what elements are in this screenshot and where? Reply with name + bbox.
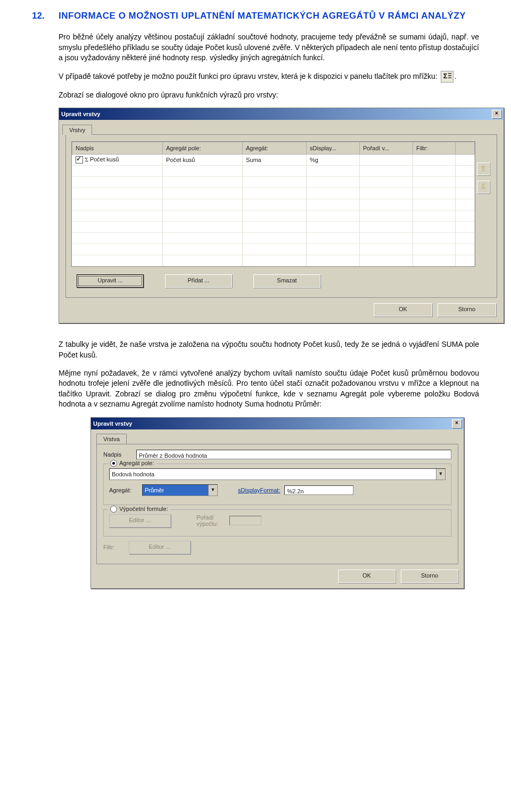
- storno-button[interactable]: Storno: [401, 570, 458, 583]
- heading-number: 12.: [32, 11, 59, 21]
- paragraph-4: Z tabulky je vidět, že naše vrstva je za…: [59, 339, 479, 360]
- agregat-combo[interactable]: Průměr ▼: [142, 484, 218, 496]
- vypocetni-formule-label: Výpočetní formule:: [119, 506, 168, 512]
- agregat-pole-radio[interactable]: [110, 460, 117, 467]
- editor-button: Editor ...: [109, 514, 171, 527]
- chevron-down-icon[interactable]: ▼: [208, 485, 217, 496]
- agregat-pole-group: Agregát pole: Bodová hodnota ▼ Agregát: …: [103, 464, 451, 505]
- agregat-pole-combo[interactable]: Bodová hodnota ▼: [109, 468, 446, 480]
- cell-filtr: [413, 155, 456, 166]
- col-agregat[interactable]: Agregát:: [243, 142, 307, 155]
- vypocetni-formule-radio[interactable]: [110, 506, 117, 513]
- layers-grid[interactable]: Nadpis Agregát pole: Agregát: sDisplay..…: [71, 141, 475, 267]
- upravit-button[interactable]: Upravit ...: [77, 274, 144, 288]
- chevron-down-icon[interactable]: ▼: [436, 469, 445, 480]
- cell-poradi: [360, 155, 413, 166]
- col-poradi[interactable]: Pořadí v...: [360, 142, 413, 155]
- close-icon[interactable]: ×: [492, 110, 501, 118]
- section-heading: 12. INFORMACE O MOŽNOSTI UPLATNĚNÍ MATEM…: [32, 11, 479, 21]
- col-agregat-pole[interactable]: Agregát pole:: [163, 142, 243, 155]
- filtr-editor-button: Editor ...: [129, 541, 191, 554]
- table-row[interactable]: [72, 177, 475, 188]
- col-filtr[interactable]: Filtr:: [413, 142, 456, 155]
- filtr-label: Filtr:: [103, 544, 125, 550]
- poradi-vypoctu-input: [229, 516, 261, 525]
- sdisplayformat-input[interactable]: %2.2n: [284, 485, 353, 495]
- ok-button[interactable]: OK: [338, 570, 395, 583]
- close-icon[interactable]: ×: [452, 419, 461, 428]
- table-row[interactable]: [72, 166, 475, 177]
- col-nadpis[interactable]: Nadpis: [72, 142, 163, 155]
- dialog2-titlebar[interactable]: Upravit vrstvy ×: [91, 418, 464, 429]
- table-row[interactable]: [72, 199, 475, 210]
- move-up-button[interactable]: ⇧: [477, 163, 490, 175]
- nadpis-input[interactable]: Průměr z Bodová hodnota: [136, 450, 451, 459]
- dialog-upravit-vrstvy: Upravit vrstvy × Vrstvy Nadpis Agregát p…: [59, 108, 504, 323]
- agregat-label: Agregát:: [109, 487, 138, 493]
- table-row[interactable]: [72, 255, 475, 266]
- paragraph-2b: .: [455, 71, 457, 80]
- ok-button[interactable]: OK: [374, 303, 432, 316]
- table-row[interactable]: [72, 233, 475, 244]
- tab-vrstvy[interactable]: Vrstvy: [62, 125, 92, 135]
- pridat-button[interactable]: Přidat ...: [165, 274, 232, 288]
- cell-agpole: Počet kusů: [163, 155, 243, 166]
- cell-nadpis: Počet kusů: [90, 156, 119, 163]
- row-checkbox[interactable]: [76, 156, 83, 164]
- nadpis-label: Nadpis: [103, 451, 132, 458]
- cell-agregat: Suma: [243, 155, 307, 166]
- table-row[interactable]: ΣPočet kusů Počet kusů Suma %g: [72, 155, 475, 166]
- heading-title: INFORMACE O MOŽNOSTI UPLATNĚNÍ MATEMATIC…: [59, 11, 479, 21]
- col-sdisplay[interactable]: sDisplay...: [307, 142, 360, 155]
- dialog1-title: Upravit vrstvy: [61, 111, 100, 117]
- vypocetni-formule-group: Výpočetní formule: Editor ... Pořadí výp…: [103, 509, 451, 537]
- dialog1-titlebar[interactable]: Upravit vrstvy ×: [59, 108, 504, 120]
- table-row[interactable]: [72, 210, 475, 222]
- sigma-grid-icon: [441, 71, 454, 83]
- agregat-value: Průměr: [143, 485, 208, 496]
- agregat-pole-label: Agregát pole:: [119, 460, 154, 466]
- paragraph-3: Zobrazí se dialogové okno pro úpravu fun…: [59, 90, 479, 101]
- sigma-icon: Σ: [85, 156, 88, 163]
- smazat-button[interactable]: Smazat: [253, 274, 320, 288]
- agregat-pole-value: Bodová hodnota: [110, 469, 436, 480]
- paragraph-2: V případě takové potřeby je možno použít…: [59, 71, 479, 83]
- table-row[interactable]: [72, 222, 475, 233]
- tab-vrstva[interactable]: Vrstva: [96, 434, 127, 444]
- cell-sdisplay: %g: [307, 155, 360, 166]
- sdisplayformat-label[interactable]: sDisplayFormat:: [238, 487, 280, 493]
- dialog2-title: Upravit vrstvy: [93, 420, 132, 427]
- move-down-button[interactable]: ⇩: [477, 181, 490, 193]
- storno-button[interactable]: Storno: [438, 303, 496, 316]
- dialog-upravit-vrstva: Upravit vrstvy × Vrstva Nadpis Průměr z …: [90, 417, 464, 589]
- grid-header-row: Nadpis Agregát pole: Agregát: sDisplay..…: [72, 142, 475, 155]
- col-spacer: [456, 142, 475, 155]
- paragraph-1: Pro běžné účely analýzy většinou postaču…: [59, 32, 479, 63]
- table-row[interactable]: [72, 244, 475, 255]
- table-row[interactable]: [72, 188, 475, 199]
- paragraph-2a: V případě takové potřeby je možno použít…: [59, 71, 440, 80]
- poradi-vypoctu-label: Pořadí výpočtu:: [196, 514, 225, 527]
- paragraph-5: Mějme nyní požadavek, že v rámci vytvoře…: [59, 368, 479, 410]
